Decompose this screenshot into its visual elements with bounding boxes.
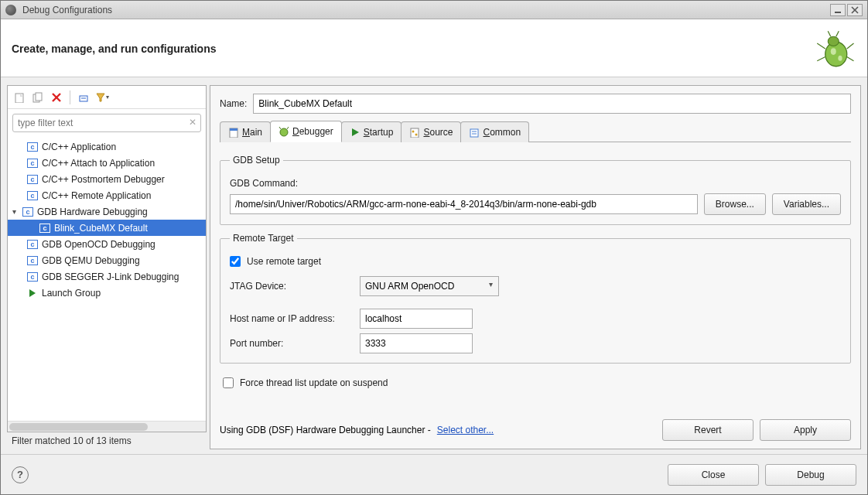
debug-button[interactable]: Debug	[765, 464, 856, 486]
delete-config-button[interactable]	[50, 90, 63, 104]
tab-startup[interactable]: Startup	[341, 121, 402, 142]
tab-label: Debugger	[292, 126, 333, 137]
select-other-link[interactable]: Select other...	[437, 425, 494, 435]
port-input[interactable]	[360, 333, 473, 353]
body: ▾ ✕ cC/C++ ApplicationcC/C++ Attach to A…	[1, 77, 867, 454]
gdb-setup-legend: GDB Setup	[230, 155, 283, 166]
scrollbar-thumb[interactable]	[9, 423, 148, 431]
use-remote-checkbox[interactable]	[230, 256, 241, 267]
filter-input[interactable]	[12, 114, 201, 132]
tree-item-type[interactable]: Launch Group	[8, 285, 206, 301]
svg-point-23	[412, 131, 415, 133]
titlebar: Debug Configurations	[1, 1, 867, 19]
svg-point-7	[831, 48, 836, 55]
browse-button[interactable]: Browse...	[704, 193, 766, 215]
tree-item-config[interactable]: cBlink_CubeMX Default	[8, 220, 206, 236]
variables-button[interactable]: Variables...	[772, 193, 841, 215]
name-label: Name:	[220, 98, 247, 109]
apply-button[interactable]: Apply	[760, 419, 851, 441]
close-button[interactable]: Close	[668, 464, 759, 486]
force-update-checkbox[interactable]	[223, 377, 234, 388]
tree-item-label: C/C++ Attach to Application	[42, 158, 155, 169]
tab-label: Common	[483, 127, 521, 138]
duplicate-config-button[interactable]	[31, 90, 45, 104]
name-input[interactable]	[253, 94, 851, 114]
tree-item-label: C/C++ Postmortem Debugger	[42, 174, 165, 185]
svg-rect-11	[36, 93, 42, 101]
collapse-all-button[interactable]	[77, 90, 91, 104]
launcher-text: Using GDB (DSF) Hardware Debugging Launc…	[220, 425, 431, 435]
minimize-button[interactable]	[830, 4, 846, 16]
startup-tab-icon	[350, 127, 361, 138]
c-config-icon: c	[26, 254, 39, 267]
tree-item-type[interactable]: cC/C++ Postmortem Debugger	[8, 171, 206, 187]
tab-debugger[interactable]: Debugger	[270, 121, 342, 142]
close-window-button[interactable]	[847, 4, 863, 16]
tab-label: Startup	[364, 127, 394, 138]
revert-button[interactable]: Revert	[662, 419, 754, 441]
tree-item-type[interactable]: cGDB OpenOCD Debugging	[8, 236, 206, 252]
remote-target-group: Remote Target Use remote target JTAG Dev…	[220, 233, 851, 364]
collapse-icon	[78, 92, 89, 103]
port-label: Port number:	[230, 338, 354, 349]
force-update-label[interactable]: Force thread list update on suspend	[240, 377, 388, 388]
tree-item-type[interactable]: cGDB SEGGER J-Link Debugging	[8, 268, 206, 285]
new-config-button[interactable]	[12, 90, 26, 104]
gdb-command-input[interactable]	[230, 194, 698, 214]
tree-item-type[interactable]: cC/C++ Application	[8, 138, 206, 155]
tab-label: Source	[423, 127, 453, 138]
close-icon	[851, 6, 859, 14]
tree-item-type[interactable]: cGDB QEMU Debugging	[8, 252, 206, 268]
svg-marker-21	[352, 128, 359, 136]
svg-point-18	[280, 128, 288, 136]
filter-icon	[95, 92, 105, 103]
window: Debug Configurations Create, manage, and…	[0, 0, 868, 495]
tree-item-label: GDB QEMU Debugging	[42, 255, 140, 266]
toolbar-separator	[70, 90, 70, 104]
horizontal-scrollbar[interactable]	[8, 421, 206, 432]
tree-twisty[interactable]: ▾	[12, 207, 22, 216]
common-tab-icon	[469, 127, 480, 138]
source-tab-icon	[409, 127, 420, 138]
tab-body-spacer	[220, 398, 851, 407]
svg-line-5	[828, 31, 831, 36]
svg-rect-22	[411, 128, 419, 138]
c-config-icon: c	[26, 157, 39, 169]
svg-line-19	[279, 127, 281, 129]
svg-rect-17	[230, 128, 238, 131]
svg-line-6	[836, 31, 839, 36]
app-icon	[5, 5, 16, 15]
svg-rect-9	[15, 94, 23, 103]
svg-point-8	[838, 56, 842, 61]
tree-item-label: C/C++ Application	[42, 142, 116, 152]
c-config-icon: c	[22, 206, 34, 218]
tab-source[interactable]: Source	[401, 121, 461, 142]
tree-item-label: Launch Group	[42, 288, 101, 299]
c-config-icon: c	[26, 271, 39, 283]
svg-line-20	[287, 127, 289, 129]
use-remote-label[interactable]: Use remote target	[247, 256, 321, 267]
tree-item-type[interactable]: cC/C++ Remote Application	[8, 187, 206, 203]
help-button[interactable]: ?	[12, 466, 29, 483]
filter-box: ✕	[12, 114, 201, 132]
window-title: Debug Configurations	[19, 5, 829, 15]
jtag-device-select[interactable]: GNU ARM OpenOCD	[360, 276, 499, 296]
svg-point-24	[415, 134, 418, 136]
host-input[interactable]	[360, 309, 473, 329]
tree-item-label: Blink_CubeMX Default	[54, 223, 148, 234]
c-config-icon: c	[26, 173, 39, 186]
tree-item-type[interactable]: cC/C++ Attach to Application	[8, 155, 206, 171]
tree-item-label: C/C++ Remote Application	[42, 190, 151, 201]
c-config-icon: c	[26, 141, 39, 153]
jtag-select-wrap: GNU ARM OpenOCD	[360, 276, 499, 296]
tab-common[interactable]: Common	[460, 121, 529, 142]
clear-filter-button[interactable]: ✕	[189, 117, 196, 128]
name-row: Name:	[220, 94, 851, 114]
gdb-command-label: GDB Command:	[230, 178, 298, 189]
tab-main[interactable]: Main	[220, 121, 271, 142]
config-tree[interactable]: cC/C++ ApplicationcC/C++ Attach to Appli…	[8, 137, 206, 421]
tree-item-label: GDB SEGGER J-Link Debugging	[42, 271, 179, 282]
launch-group-icon	[26, 287, 39, 299]
tree-item-type[interactable]: ▾cGDB Hardware Debugging	[8, 203, 206, 220]
filter-menu-button[interactable]: ▾	[95, 90, 109, 104]
